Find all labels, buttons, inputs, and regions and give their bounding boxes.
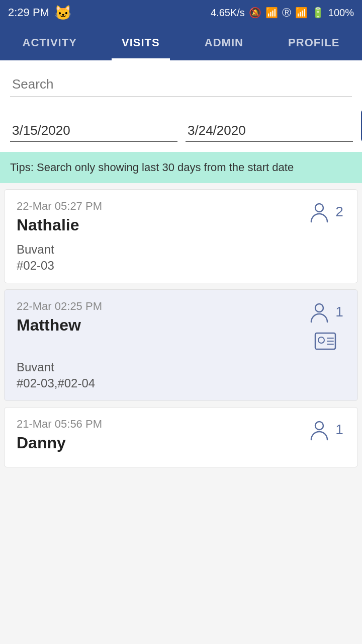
visit-info: 22-Mar 05:27 PM Nathalie [17, 200, 305, 234]
tab-admin[interactable]: ADMIN [195, 25, 253, 60]
visit-company: Buvant [17, 360, 345, 374]
visit-header: 21-Mar 05:56 PM Danny 1 [17, 418, 345, 452]
status-bar: 2:29 PM 🐱 4.65K/s 🔕 📶 Ⓡ 📶 🔋 100% [0, 0, 362, 25]
tab-visits[interactable]: VISITS [112, 25, 170, 60]
person-icon [307, 200, 331, 224]
visit-header: 22-Mar 05:27 PM Nathalie 2 [17, 200, 345, 234]
visit-meta: Buvant #02-03 [17, 243, 345, 273]
visit-time: 21-Mar 05:56 PM [17, 418, 305, 431]
visit-card[interactable]: 21-Mar 05:56 PM Danny 1 [4, 407, 358, 467]
person-icon-wrap: 2 [307, 200, 343, 224]
person-count: 1 [335, 304, 343, 320]
svg-point-0 [315, 204, 323, 212]
status-right: 4.65K/s 🔕 📶 Ⓡ 📶 🔋 100% [211, 7, 354, 19]
visit-card[interactable]: 22-Mar 02:25 PM Matthew 1 [4, 289, 358, 401]
svg-point-1 [315, 304, 323, 312]
person-count: 2 [335, 204, 343, 220]
search-input[interactable] [10, 72, 352, 97]
visit-icons: 1 [305, 418, 345, 442]
status-left: 2:29 PM 🐱 [8, 5, 72, 21]
id-card-icon [313, 330, 337, 352]
search-section [0, 60, 362, 102]
status-time: 2:29 PM [8, 6, 49, 19]
person-count: 1 [335, 422, 343, 438]
visit-icons: 2 [305, 200, 345, 224]
tab-activity[interactable]: ACTIVITY [13, 25, 87, 60]
wifi-icon: 📶 [265, 7, 278, 19]
svg-point-3 [318, 337, 324, 343]
visit-company: Buvant [17, 243, 345, 257]
person-icon-wrap: 1 [307, 418, 343, 442]
tips-message: Tips: Search only showing last 30 days f… [10, 161, 294, 174]
registered-icon: Ⓡ [282, 7, 291, 19]
visit-unit: #02-03 [17, 259, 345, 273]
start-date-input[interactable] [10, 120, 177, 142]
tips-banner: Tips: Search only showing last 30 days f… [0, 152, 362, 183]
network-speed: 4.65K/s [211, 7, 245, 19]
tab-profile[interactable]: PROFILE [278, 25, 349, 60]
person-icon [307, 300, 331, 324]
bell-icon: 🔕 [249, 7, 261, 19]
visit-name: Danny [17, 434, 305, 452]
battery-level: 100% [328, 7, 354, 19]
visit-header: 22-Mar 02:25 PM Matthew 1 [17, 300, 345, 352]
visit-meta: Buvant #02-03,#02-04 [17, 360, 345, 390]
visit-icons: 1 [305, 300, 345, 352]
person-icon [307, 418, 331, 442]
visit-name: Matthew [17, 316, 305, 335]
visit-info: 22-Mar 02:25 PM Matthew [17, 300, 305, 335]
app-icon: 🐱 [54, 5, 72, 21]
battery-icon: 🔋 [312, 7, 324, 19]
visit-info: 21-Mar 05:56 PM Danny [17, 418, 305, 452]
visit-time: 22-Mar 05:27 PM [17, 200, 305, 213]
visit-time: 22-Mar 02:25 PM [17, 300, 305, 313]
visit-name: Nathalie [17, 216, 305, 234]
end-date-input[interactable] [186, 120, 353, 142]
signal-icon: 📶 [295, 7, 308, 19]
visit-card[interactable]: 22-Mar 05:27 PM Nathalie 2 Buvant #02-03 [4, 189, 358, 283]
visit-unit: #02-03,#02-04 [17, 376, 345, 390]
nav-tabs: ACTIVITY VISITS ADMIN PROFILE [0, 25, 362, 60]
visits-list: 22-Mar 05:27 PM Nathalie 2 Buvant #02-03 [0, 183, 362, 473]
svg-point-7 [315, 422, 323, 430]
date-filter-row: Apply [0, 102, 362, 152]
person-icon-wrap: 1 [307, 300, 343, 324]
